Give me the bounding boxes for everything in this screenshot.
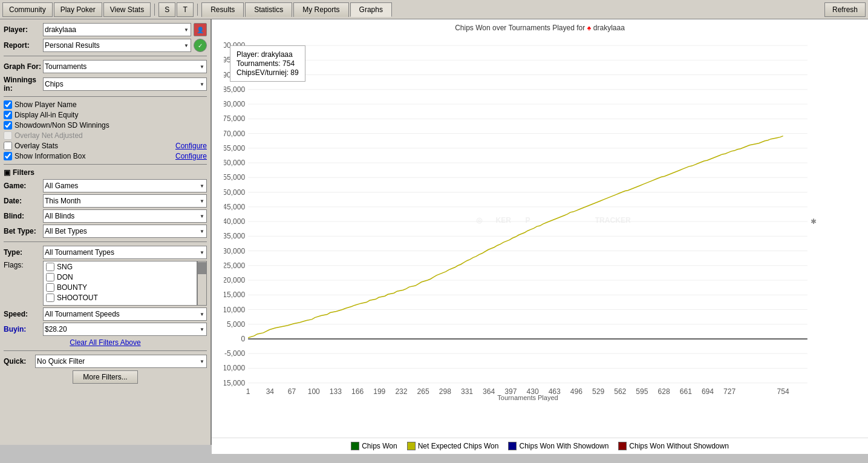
game-row: Game: All Games (4, 179, 207, 192)
chart-title: Chips Won over Tournaments Played for ♠ … (212, 19, 868, 33)
svg-text:661: 661 (680, 387, 692, 394)
t-btn[interactable]: T (177, 2, 194, 17)
view-stats-btn[interactable]: View Stats (103, 2, 151, 17)
flag-don-checkbox[interactable] (46, 273, 54, 281)
svg-text:133: 133 (330, 387, 342, 394)
clear-all-link[interactable]: Clear All Filters Above (4, 338, 207, 347)
winnings-select[interactable]: Chips (43, 77, 207, 91)
configure-2-link[interactable]: Configure (175, 152, 207, 160)
player-icon-btn[interactable]: 👤 (194, 23, 207, 36)
date-row: Date: This Month (4, 194, 207, 208)
display-allin-checkbox[interactable] (4, 111, 12, 119)
flag-sng-checkbox[interactable] (46, 263, 54, 271)
show-player-name-row: Show Player Name (4, 100, 207, 109)
s-btn[interactable]: S (158, 2, 175, 17)
blind-select[interactable]: All Blinds (43, 209, 207, 223)
bet-type-select[interactable]: All Bet Types (43, 225, 207, 238)
svg-text:10,000: 10,000 (224, 306, 245, 314)
svg-text:331: 331 (461, 387, 473, 394)
more-filters-btn[interactable]: More Filters... (73, 370, 137, 384)
svg-text:KER: KER (496, 216, 512, 225)
divider-5 (4, 350, 207, 351)
date-label: Date: (4, 197, 43, 205)
flag-bounty: BOUNTY (46, 283, 194, 292)
svg-text:694: 694 (702, 387, 714, 394)
svg-text:67: 67 (288, 387, 296, 394)
scrollbar-thumb[interactable] (198, 262, 206, 274)
show-player-name-checkbox[interactable] (4, 100, 12, 109)
divider-1 (4, 56, 207, 56)
filters-header[interactable]: ▣ Filters (4, 168, 207, 177)
svg-text:◎: ◎ (476, 216, 483, 225)
svg-text:100: 100 (308, 387, 320, 394)
winnings-select-wrapper[interactable]: Chips (43, 77, 207, 91)
game-select[interactable]: All Games (43, 179, 207, 192)
type-select[interactable]: All Tournament Types (43, 246, 207, 259)
player-select[interactable]: drakylaaa (43, 23, 191, 36)
game-label: Game: (4, 182, 43, 190)
community-btn[interactable]: Community (2, 2, 53, 17)
game-select-wrapper[interactable]: All Games (43, 179, 207, 192)
x-axis-label: Tournaments Played (224, 394, 832, 401)
blind-select-wrapper[interactable]: All Blinds (43, 209, 207, 223)
divider-2 (4, 96, 207, 97)
date-select[interactable]: This Month (43, 194, 207, 208)
flag-don: DON (46, 273, 194, 281)
overlay-net-label: Overlay Net Adjusted (15, 131, 83, 140)
svg-text:70,000: 70,000 (224, 130, 245, 138)
buyin-select-wrapper[interactable]: $28.20 (43, 323, 207, 336)
legend-label-chips-no-showdown: Chips Won Without Showdown (629, 442, 729, 450)
tab-graphs[interactable]: Graphs (350, 2, 392, 17)
bet-type-row: Bet Type: All Bet Types (4, 225, 207, 238)
flag-bounty-checkbox[interactable] (46, 283, 54, 292)
refresh-btn[interactable]: Refresh (824, 2, 866, 17)
svg-text:463: 463 (549, 387, 561, 394)
svg-text:5,000: 5,000 (227, 320, 245, 329)
player-select-wrapper[interactable]: drakylaaa (43, 23, 191, 36)
configure-1-link[interactable]: Configure (175, 142, 207, 150)
play-poker-btn[interactable]: Play Poker (54, 2, 102, 17)
speed-select-wrapper[interactable]: All Tournament Speeds (43, 307, 207, 321)
svg-text:34: 34 (266, 387, 275, 394)
report-select-wrapper[interactable]: Personal Results (43, 39, 191, 52)
flags-scrollbar[interactable] (197, 261, 207, 306)
svg-text:40,000: 40,000 (224, 217, 245, 226)
blind-label: Blind: (4, 212, 43, 220)
svg-text:15,000: 15,000 (224, 291, 245, 299)
date-select-wrapper[interactable]: This Month (43, 194, 207, 208)
flag-shootout-checkbox[interactable] (46, 294, 54, 302)
svg-text:55,000: 55,000 (224, 173, 245, 182)
bet-type-label: Bet Type: (4, 227, 43, 235)
chart-area: P ◎ KER TRACKER (224, 39, 832, 394)
report-select[interactable]: Personal Results (43, 39, 191, 52)
bet-type-select-wrapper[interactable]: All Bet Types (43, 225, 207, 238)
type-select-wrapper[interactable]: All Tournament Types (43, 246, 207, 259)
overlay-net-checkbox (4, 131, 12, 140)
chart-player-name: drakylaaa (593, 24, 625, 32)
report-icon-btn[interactable]: ✓ (194, 39, 207, 52)
tab-statistics[interactable]: Statistics (245, 2, 292, 17)
info-chips-ev: ChipsEV/turniej: 89 (237, 68, 299, 77)
quick-select[interactable]: No Quick Filter (35, 355, 207, 368)
speed-select[interactable]: All Tournament Speeds (43, 307, 207, 321)
quick-select-wrapper[interactable]: No Quick Filter (35, 355, 207, 368)
legend-color-chips-won (351, 442, 359, 450)
tab-results[interactable]: Results (201, 2, 244, 17)
overlay-stats-checkbox[interactable] (4, 142, 12, 150)
buyin-select[interactable]: $28.20 (43, 323, 207, 336)
svg-text:-10,000: -10,000 (224, 364, 245, 372)
show-info-box-checkbox[interactable] (4, 152, 12, 160)
player-label: Player: (4, 25, 43, 34)
legend-label-chips-showdown: Chips Won With Showdown (519, 442, 609, 450)
speed-label: Speed: (4, 310, 43, 318)
tab-my-reports[interactable]: My Reports (293, 2, 348, 17)
svg-text:496: 496 (570, 387, 582, 394)
svg-text:35,000: 35,000 (224, 232, 245, 240)
chart-suit-icon: ♠ (587, 24, 591, 32)
graph-for-select[interactable]: Tournaments (43, 60, 207, 73)
svg-text:50,000: 50,000 (224, 188, 245, 197)
graph-for-select-wrapper[interactable]: Tournaments (43, 60, 207, 73)
showdown-checkbox[interactable] (4, 121, 12, 130)
speed-row: Speed: All Tournament Speeds (4, 307, 207, 321)
svg-text:298: 298 (439, 387, 451, 394)
